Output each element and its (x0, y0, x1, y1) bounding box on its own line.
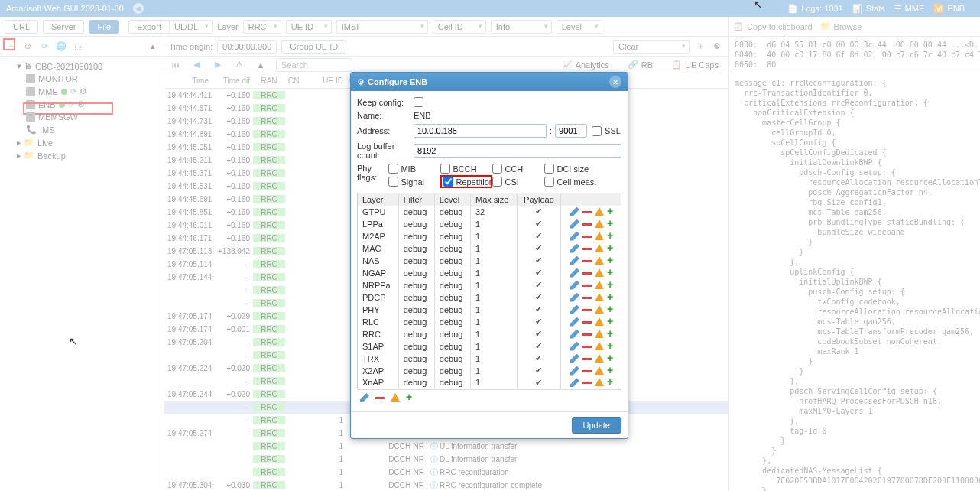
edit-icon[interactable] (570, 317, 579, 327)
stats-link[interactable]: 📊 Stats (852, 4, 885, 14)
filter-imsi[interactable]: IMSI (336, 20, 428, 34)
log-row[interactable]: RRC1DCCH-NRⓘUL information transfer (164, 440, 728, 453)
add-icon[interactable]: + (607, 232, 616, 241)
edit-icon[interactable] (570, 268, 579, 278)
settings-icon[interactable]: ⚙ (711, 41, 723, 53)
update-button[interactable]: Update (572, 417, 621, 434)
log-row[interactable]: RRC1DCCH-NRⓘRRC reconfiguration (164, 466, 728, 479)
warn-icon[interactable] (595, 317, 604, 326)
remove-icon[interactable] (582, 223, 592, 226)
warn-icon[interactable] (595, 354, 604, 363)
filter-info[interactable]: Info (491, 20, 552, 34)
export-button[interactable]: Export (128, 20, 170, 34)
port-input[interactable] (555, 124, 587, 138)
nav-first-icon[interactable]: ⏮ (169, 59, 181, 71)
edit-icon[interactable] (570, 354, 579, 363)
add-icon[interactable]: + (607, 219, 616, 229)
edit-icon[interactable] (570, 232, 579, 241)
add-icon[interactable]: + (607, 281, 616, 290)
tree-live[interactable]: ▸ 📁 Live (3, 136, 161, 149)
warn-icon[interactable] (595, 293, 604, 301)
add-icon[interactable]: + (607, 244, 616, 253)
flag-dci[interactable]: DCI size (544, 164, 596, 174)
warn-icon[interactable]: ⚠ (233, 59, 245, 71)
add-icon[interactable]: + (607, 256, 616, 265)
add-icon[interactable]: + (607, 354, 616, 363)
enb-link[interactable]: 📶 ENB (933, 4, 965, 14)
edit-all-icon[interactable] (360, 393, 369, 402)
filter-layer[interactable]: RRC (243, 20, 281, 34)
time-origin-input[interactable]: 00:00:00.000 (217, 40, 277, 54)
warn-icon[interactable] (595, 256, 604, 265)
edit-icon[interactable] (570, 244, 579, 253)
reload-icon[interactable]: ⟳ (38, 41, 50, 53)
remove-icon[interactable] (582, 321, 592, 324)
flag-csi[interactable]: CSI (492, 175, 544, 188)
collapse-icon[interactable]: ▴ (147, 41, 159, 53)
add-icon[interactable]: + (607, 207, 616, 216)
add-icon[interactable]: ＋ (5, 41, 17, 53)
tree-mbmsgw[interactable]: MBMSGW (3, 111, 161, 123)
filter-cellid[interactable]: Cell ID (433, 20, 486, 34)
tab-uecaps[interactable]: 📋 UE Caps (667, 58, 723, 71)
tree-enb[interactable]: ENB ⟳ ⚙ (3, 98, 161, 111)
edit-icon[interactable] (570, 281, 579, 290)
mme-link[interactable]: ☰ MME (894, 4, 925, 14)
tree-monitor[interactable]: MONITOR (3, 73, 161, 85)
add-icon[interactable]: + (607, 317, 616, 327)
browse-link[interactable]: 📁 Browse (820, 21, 862, 31)
tab-file[interactable]: File (89, 20, 119, 34)
address-input[interactable] (414, 124, 547, 138)
remove-icon[interactable] (582, 382, 592, 384)
edit-icon[interactable] (570, 342, 579, 351)
warn-icon[interactable] (595, 378, 604, 386)
remove-icon[interactable] (582, 333, 592, 336)
group-ueid-button[interactable]: Group UE ID (281, 40, 346, 54)
copy-clipboard-link[interactable]: 📋 Copy to clipboard (733, 21, 813, 31)
warn-all-icon[interactable] (391, 393, 400, 402)
tree-ims[interactable]: 📞 IMS (3, 123, 161, 136)
remove-icon[interactable] (582, 248, 592, 250)
tab-analytics[interactable]: 📈 Analytics (557, 58, 614, 71)
keep-config-checkbox[interactable] (414, 97, 423, 107)
warn-icon[interactable] (595, 366, 604, 375)
remove-icon[interactable] (582, 358, 592, 360)
tab-url[interactable]: URL (5, 20, 38, 34)
remove-icon[interactable] (582, 309, 592, 311)
tab-server[interactable]: Server (43, 20, 84, 34)
add-icon[interactable]: + (607, 305, 616, 314)
tab-rb[interactable]: 🔗 RB (623, 58, 657, 71)
remove-icon[interactable] (582, 236, 592, 238)
log-row[interactable]: RRC1DCCH-NRⓘDL information transfer (164, 453, 728, 466)
warn-icon[interactable] (595, 244, 604, 252)
edit-icon[interactable] (570, 366, 579, 376)
remove-all-icon[interactable] (375, 397, 385, 399)
warn-icon[interactable] (595, 281, 604, 289)
filter-ueid[interactable]: UE ID (286, 20, 332, 34)
tree-backup[interactable]: ▸ 📁 Backup (3, 149, 161, 162)
edit-icon[interactable] (570, 256, 579, 265)
log-row[interactable]: 19:47:05.304+0.030RRC1DCCH-NRⓘRRC reconf… (164, 479, 728, 491)
remove-icon[interactable] (582, 370, 592, 372)
edit-icon[interactable] (570, 378, 579, 387)
ssl-checkbox[interactable] (592, 126, 602, 136)
flag-cch[interactable]: CCH (492, 164, 544, 174)
flag-mib[interactable]: MIB (388, 164, 440, 174)
remove-icon[interactable] (582, 260, 592, 262)
tree-mme[interactable]: MME ⟳ ⚙ (3, 85, 161, 98)
buffer-input[interactable] (414, 144, 621, 158)
filter-level[interactable]: Level (557, 20, 602, 34)
logs-link[interactable]: 📄 Logs: 1031 (787, 4, 842, 14)
flag-cellmeas[interactable]: Cell meas. (544, 175, 596, 188)
flag-signal[interactable]: Signal (388, 175, 440, 188)
add-icon[interactable]: + (607, 268, 616, 278)
globe-icon[interactable]: 🌐 (55, 41, 67, 53)
edit-icon[interactable] (570, 219, 579, 229)
add-icon[interactable]: + (607, 293, 616, 302)
remove-icon[interactable] (582, 346, 592, 348)
expand-icon[interactable]: ⬚ (72, 41, 84, 53)
edit-icon[interactable] (570, 305, 579, 314)
warn-icon[interactable] (595, 219, 604, 228)
add-icon[interactable]: + (607, 378, 616, 387)
add-layer-icon[interactable]: + (406, 393, 415, 402)
